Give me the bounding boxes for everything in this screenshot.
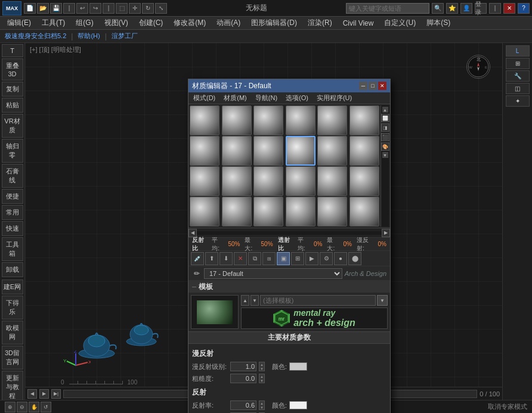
right-nav-btn-5[interactable]: ✦ <box>506 95 530 107</box>
mat-sphere-15[interactable] <box>253 166 283 196</box>
scroll-dn-arrow[interactable]: ▼ <box>382 152 388 158</box>
diffuse-level-spinner[interactable]: ▲ ▼ <box>259 362 265 371</box>
mat-sphere-8[interactable] <box>222 136 252 166</box>
mat-sphere-22[interactable] <box>286 197 316 226</box>
sidebar-btn-copy[interactable]: 复制 <box>2 82 23 97</box>
mat-sphere-12[interactable] <box>349 136 379 166</box>
sidebar-btn-jianjianwang[interactable]: 建E网 <box>2 280 23 294</box>
sidebar-btn-quick[interactable]: 便捷 <box>2 189 23 204</box>
spin-up-icon[interactable]: ▲ <box>259 362 264 367</box>
tool-video[interactable]: ▶ <box>305 252 318 265</box>
spin-up-icon-2[interactable]: ▲ <box>259 374 264 378</box>
diffuse-rough-input[interactable] <box>230 374 256 383</box>
sidebar-btn-fast[interactable]: 快速 <box>2 221 23 236</box>
side-tool-3[interactable]: ⬛ <box>381 133 389 141</box>
tool-cylinder[interactable]: ⬤ <box>348 252 361 265</box>
scale-icon[interactable]: ⤡ <box>155 3 167 14</box>
quick-link-archive[interactable]: 极速瘦身安全归档5.2 <box>5 32 66 41</box>
nav-zoom-in[interactable]: ⊕ <box>5 402 16 412</box>
menu-animation[interactable]: 动画(A) <box>212 17 245 29</box>
reflect-rate-spinner[interactable]: ▲ ▼ <box>259 400 265 410</box>
mat-sphere-10-selected[interactable] <box>286 136 316 166</box>
mat-sphere-4[interactable] <box>286 105 316 135</box>
mat-menu-material[interactable]: 材质(M) <box>220 92 250 104</box>
redo-icon[interactable]: ↪ <box>89 3 101 14</box>
mat-sphere-2[interactable] <box>222 105 252 135</box>
menu-customize[interactable]: 自定义(U) <box>379 17 420 29</box>
select-icon[interactable]: ⬚ <box>116 3 128 14</box>
user-icon[interactable]: 👤 <box>460 3 472 14</box>
menu-civil-view[interactable]: Civil View <box>338 18 379 29</box>
sidebar-btn-toolbox[interactable]: 工具箱 <box>2 237 23 261</box>
sidebar-btn-t[interactable]: T <box>2 44 23 57</box>
sidebar-btn-axis-zero[interactable]: 轴归零 <box>2 139 23 163</box>
sidebar-btn-update[interactable]: 更新与教程 <box>2 371 23 400</box>
quick-link-render[interactable]: 渲梦工厂 <box>112 32 138 41</box>
tool-reset[interactable]: ✕ <box>234 252 247 265</box>
reflect-color-swatch[interactable] <box>289 401 307 409</box>
diffuse-color-swatch[interactable] <box>289 362 307 371</box>
mat-menu-options[interactable]: 选项(O) <box>282 92 312 104</box>
template-scroll-dn[interactable]: ▼ <box>250 295 259 306</box>
right-nav-btn-1[interactable]: L <box>506 45 530 57</box>
move-icon[interactable]: ✛ <box>129 3 141 14</box>
mat-sphere-3[interactable] <box>253 105 283 135</box>
menu-group[interactable]: 组(G) <box>71 17 98 29</box>
mat-sphere-7[interactable] <box>190 136 219 166</box>
open-icon[interactable]: 📂 <box>37 3 49 14</box>
timeline-next-btn[interactable]: ▶| <box>51 389 61 399</box>
right-nav-btn-3[interactable]: 🔧 <box>506 70 530 82</box>
undo-icon[interactable]: ↩ <box>76 3 88 14</box>
diffuse-rough-spinner[interactable]: ▲ ▼ <box>259 374 265 383</box>
mat-editor-close-btn[interactable]: ✕ <box>378 82 386 90</box>
tool-background[interactable]: ▣ <box>277 252 290 265</box>
tool-pick[interactable]: 💉 <box>191 252 204 265</box>
quick-link-help[interactable]: 帮助(H) <box>78 32 100 41</box>
template-dropdown-btn[interactable]: ▼ <box>377 295 388 306</box>
spin-dn-icon-2[interactable]: ▼ <box>259 378 264 383</box>
sidebar-btn-common[interactable]: 常用 <box>2 205 23 220</box>
new-file-icon[interactable]: 📄 <box>24 3 36 14</box>
mat-sphere-21[interactable] <box>253 197 283 226</box>
diffuse-level-input[interactable] <box>230 362 256 371</box>
search-icon[interactable]: 🔍 <box>432 3 444 14</box>
scroll-up-arrow[interactable]: ▲ <box>382 107 388 113</box>
mat-sphere-19[interactable] <box>190 197 219 226</box>
mat-menu-nav[interactable]: 导航(N) <box>252 92 281 104</box>
nav-zoom-out[interactable]: ⊖ <box>17 402 27 412</box>
side-tool-4[interactable]: 🎨 <box>381 142 389 151</box>
spin-dn-icon[interactable]: ▼ <box>259 367 264 371</box>
sidebar-btn-xia[interactable]: 下得乐 <box>2 296 23 319</box>
sidebar-btn-unload[interactable]: 卸载 <box>2 262 23 277</box>
tool-options[interactable]: ⚙ <box>320 252 333 265</box>
sidebar-btn-plaster[interactable]: 石膏线 <box>2 164 23 188</box>
tool-get-from-scene[interactable]: ⬆ <box>205 252 218 265</box>
menu-create[interactable]: 创建(C) <box>134 17 168 29</box>
tool-copy[interactable]: ⧉ <box>248 252 261 265</box>
mat-sphere-11[interactable] <box>317 136 347 166</box>
tool-paste[interactable]: ⧆ <box>262 252 276 265</box>
mat-sphere-23[interactable] <box>317 197 347 226</box>
login-icon[interactable]: 登录 <box>475 3 487 14</box>
help-button[interactable]: ? <box>518 3 530 14</box>
sidebar-btn-paste[interactable]: 粘贴 <box>2 98 23 113</box>
mat-menu-utilities[interactable]: 实用程序(U) <box>313 92 355 104</box>
save-icon[interactable]: 💾 <box>50 3 62 14</box>
mat-sphere-20[interactable] <box>222 197 252 226</box>
spin-up-icon-3[interactable]: ▲ <box>259 401 264 405</box>
menu-graph-editor[interactable]: 图形编辑器(D) <box>246 17 302 29</box>
mat-menu-mode[interactable]: 模式(D) <box>190 92 219 104</box>
template-select-input[interactable] <box>260 295 376 306</box>
mat-sphere-16[interactable] <box>286 166 316 196</box>
menu-modifier[interactable]: 修改器(M) <box>169 17 211 29</box>
rotate-icon[interactable]: ↻ <box>142 3 154 14</box>
spin-dn-icon-3[interactable]: ▼ <box>259 405 264 409</box>
app-close-button[interactable]: ✕ <box>503 3 515 14</box>
sidebar-btn-vr-material[interactable]: VR材质 <box>2 114 23 138</box>
side-tool-2[interactable]: ◨ <box>381 123 389 132</box>
mat-sphere-6[interactable] <box>349 105 379 135</box>
nav-pan[interactable]: ✋ <box>29 402 39 412</box>
sidebar-btn-3dliuyanwang[interactable]: 3D留言网 <box>2 346 23 369</box>
menu-view[interactable]: 视图(V) <box>100 17 133 29</box>
side-tool-1[interactable]: ⬜ <box>381 114 389 122</box>
